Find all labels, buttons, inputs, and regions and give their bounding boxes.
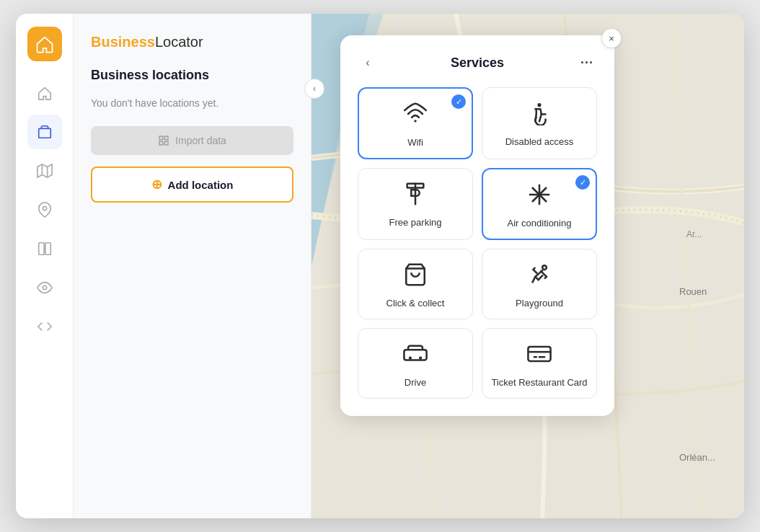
ticket-restaurant-label: Ticket Restaurant Card	[491, 377, 587, 388]
playground-label: Playground	[516, 298, 563, 309]
modal-more-button[interactable]: ···	[577, 53, 597, 73]
sidebar-nav	[16, 76, 73, 344]
ticket-restaurant-icon	[527, 342, 552, 370]
disabled-access-label: Disabled access	[505, 136, 574, 147]
air-conditioning-check-badge: ✓	[575, 175, 590, 190]
plus-icon: ⊕	[151, 177, 162, 192]
service-card-free-parking[interactable]: Free parking	[358, 168, 473, 240]
svg-text:Orléan...: Orléan...	[679, 452, 715, 463]
ticket-restaurant-svg	[527, 342, 552, 366]
service-card-click-collect[interactable]: Click & collect	[358, 249, 473, 319]
free-parking-label: Free parking	[389, 217, 442, 228]
wifi-check-badge: ✓	[451, 94, 466, 109]
service-card-ticket-restaurant[interactable]: Ticket Restaurant Card	[482, 328, 597, 399]
service-card-playground[interactable]: Playground	[482, 249, 597, 319]
left-panel: BusinessLocator Business locations You d…	[74, 14, 311, 518]
sidebar-item-home[interactable]	[27, 76, 62, 110]
air-conditioning-label: Air conditioning	[508, 218, 572, 229]
sidebar-item-preview[interactable]	[27, 270, 62, 305]
svg-rect-14	[159, 136, 163, 140]
svg-marker-7	[37, 164, 51, 177]
more-icon: ···	[580, 56, 593, 71]
import-icon	[158, 135, 169, 146]
drive-icon	[403, 342, 428, 370]
svg-rect-15	[164, 136, 168, 140]
drive-label: Drive	[405, 377, 426, 388]
click-collect-svg	[403, 262, 428, 287]
brand-locator: Locator	[155, 34, 203, 50]
eye-icon	[37, 280, 53, 296]
disabled-access-icon	[527, 101, 552, 129]
brand-biz: Business	[91, 34, 155, 50]
svg-text:Rouen: Rouen	[679, 286, 707, 297]
svg-rect-35	[528, 347, 550, 361]
svg-point-33	[409, 357, 412, 360]
modal-title: Services	[378, 56, 577, 71]
app-container: BusinessLocator Business locations You d…	[16, 14, 744, 518]
wifi-label: Wifi	[407, 137, 423, 148]
add-location-label: Add location	[168, 179, 234, 191]
brand-name: BusinessLocator	[91, 34, 293, 50]
import-label: Import data	[175, 135, 226, 146]
section-title: Business locations	[91, 68, 293, 83]
service-card-drive[interactable]: Drive	[358, 328, 473, 399]
free-parking-icon	[403, 182, 428, 210]
svg-rect-12	[45, 243, 50, 255]
wifi-icon	[403, 102, 428, 130]
modal-close-button[interactable]: ×	[601, 28, 622, 48]
drive-svg	[403, 342, 428, 366]
modal-back-button[interactable]: ‹	[358, 53, 378, 73]
air-conditioning-icon	[527, 182, 552, 210]
svg-rect-17	[159, 141, 163, 145]
sidebar	[16, 14, 74, 518]
svg-point-10	[43, 206, 47, 210]
service-card-disabled-access[interactable]: Disabled access	[482, 87, 597, 159]
app-logo[interactable]	[27, 27, 62, 61]
map-icon	[37, 163, 53, 179]
svg-point-23	[537, 103, 541, 107]
chevron-left-icon: ‹	[313, 84, 316, 94]
sidebar-item-code[interactable]	[27, 309, 62, 344]
service-card-wifi[interactable]: ✓ Wifi	[358, 87, 473, 159]
svg-point-13	[43, 285, 47, 290]
home-logo-icon	[35, 34, 55, 54]
sidebar-item-map[interactable]	[27, 154, 62, 188]
pin-icon	[37, 202, 53, 218]
services-grid: ✓ Wifi	[358, 87, 597, 399]
add-location-button[interactable]: ⊕ Add location	[91, 167, 293, 203]
playground-icon	[527, 262, 552, 291]
columns-icon	[37, 241, 53, 257]
air-conditioning-svg	[527, 182, 552, 207]
svg-text:Ar...: Ar...	[686, 229, 702, 239]
svg-rect-32	[404, 350, 426, 360]
disabled-access-svg	[527, 101, 552, 125]
svg-point-31	[542, 265, 547, 270]
back-icon: ‹	[366, 56, 369, 69]
building-icon	[37, 124, 53, 140]
collapse-panel-button[interactable]: ‹	[304, 79, 324, 99]
click-collect-icon	[403, 262, 428, 291]
svg-point-34	[419, 357, 422, 360]
playground-svg	[527, 262, 552, 287]
code-icon	[37, 319, 53, 334]
svg-rect-11	[38, 243, 43, 255]
close-icon: ×	[609, 33, 614, 44]
sidebar-item-locations[interactable]	[27, 115, 62, 149]
svg-rect-0	[38, 128, 50, 138]
services-modal: × ‹ Services ··· ✓	[340, 35, 614, 416]
click-collect-label: Click & collect	[386, 298, 445, 309]
free-parking-svg	[403, 182, 428, 206]
empty-message: You don't have locations yet.	[91, 97, 293, 109]
modal-header: ‹ Services ···	[358, 53, 597, 73]
sidebar-item-pin[interactable]	[27, 192, 62, 227]
home-icon	[37, 85, 53, 101]
svg-point-22	[414, 120, 416, 122]
service-card-air-conditioning[interactable]: ✓ Air conditioning	[482, 168, 597, 240]
svg-rect-16	[164, 141, 168, 145]
map-area: Ar... Rouen Orléan... × ‹ Services ···	[311, 14, 744, 518]
import-data-button[interactable]: Import data	[91, 126, 293, 155]
sidebar-item-columns[interactable]	[27, 231, 62, 266]
wifi-svg	[403, 102, 428, 126]
